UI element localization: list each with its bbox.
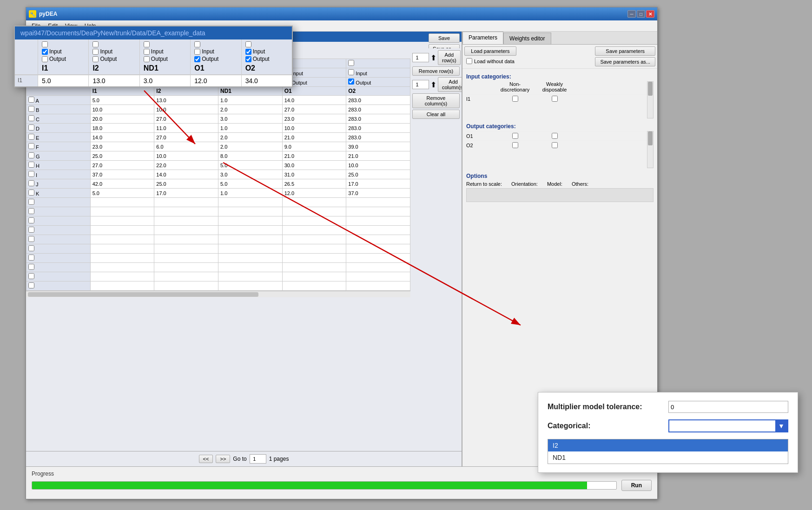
output-cat-container: O1 O2 — [466, 131, 654, 168]
popup-O2-output-check[interactable] — [245, 56, 251, 62]
load-without-data-check[interactable] — [466, 58, 472, 64]
run-button[interactable]: Run — [621, 480, 652, 491]
popup-I2-output-row: Output — [92, 56, 135, 62]
dropdown-option-I2[interactable]: I2 — [548, 439, 788, 451]
empty-row-check[interactable] — [28, 236, 34, 242]
popup-ND1-output-label: Output — [151, 56, 168, 62]
grid-controls: ⬆ Add row(s) Remove row(s) ⬆ Add column(… — [410, 48, 462, 121]
popup-I2-top-check[interactable] — [92, 41, 99, 47]
model-label: Model: — [547, 181, 562, 187]
popup-ND1-input-check[interactable] — [144, 49, 150, 55]
popup-O1-output-check[interactable] — [194, 56, 200, 62]
page-input[interactable] — [250, 454, 266, 464]
output-cat-name-O1: O1 — [466, 133, 494, 139]
empty-row-check[interactable] — [28, 282, 34, 288]
popup-I2-output-check[interactable] — [92, 56, 99, 62]
row-spin-row: ⬆ Add row(s) — [412, 50, 460, 65]
row-F-check[interactable] — [28, 143, 34, 149]
output-cat-nondisc-O1 — [494, 133, 536, 139]
options-label: Options — [466, 173, 654, 179]
table-row-empty — [26, 244, 410, 254]
categorical-label: Categorical: — [548, 422, 668, 430]
load-params-button[interactable]: Load parameters — [464, 46, 516, 56]
empty-row-check[interactable] — [28, 245, 34, 251]
O1-weakly-check[interactable] — [552, 133, 558, 139]
popup-O2-input-check[interactable] — [245, 49, 251, 55]
I1-nondisc-check[interactable] — [512, 96, 518, 102]
row-E-check[interactable] — [28, 134, 34, 140]
table-row-empty — [26, 207, 410, 216]
O1-nondisc-check[interactable] — [512, 133, 518, 139]
popup-I2-input-row: Input — [92, 48, 135, 55]
popup-I2-input-check[interactable] — [92, 49, 99, 55]
h-scrollbar[interactable] — [26, 291, 410, 297]
popup-I1-output-label: Output — [49, 56, 66, 62]
col-spin-arrows[interactable]: ⬆ — [430, 80, 436, 89]
table-row: A 5.0 13.0 1.0 14.0 283.0 — [26, 96, 410, 105]
popup-O2-top-check[interactable] — [245, 41, 251, 47]
col-spin-input[interactable] — [412, 80, 429, 89]
remove-row-button[interactable]: Remove row(s) — [412, 66, 460, 76]
save-button[interactable]: Save — [429, 33, 460, 43]
save-params-as-button[interactable]: Save parameters as... — [595, 57, 655, 66]
col-O2-input-check[interactable] — [348, 69, 354, 75]
row-spin-arrows[interactable]: ⬆ — [430, 53, 436, 62]
save-params-button[interactable]: Save parameters — [595, 46, 655, 56]
input-cat-scrollbar[interactable] — [647, 81, 654, 118]
col-O2-top-check[interactable] — [348, 60, 354, 66]
O2-weakly-check[interactable] — [552, 142, 558, 148]
row-H-check[interactable] — [28, 162, 34, 168]
row-C-check[interactable] — [28, 115, 34, 121]
row-A-check[interactable] — [28, 97, 34, 103]
next-page-button[interactable]: >> — [216, 455, 230, 463]
add-col-button[interactable]: Add column(s) — [438, 77, 462, 92]
tab-parameters[interactable]: Parameters — [462, 32, 503, 44]
clear-all-button[interactable]: Clear all — [412, 110, 460, 119]
table-row: H 27.0 22.0 5.0 30.0 10.0 — [26, 161, 410, 170]
row-I-check[interactable] — [28, 171, 34, 177]
popup-ND1-output-check[interactable] — [144, 56, 150, 62]
row-J-check[interactable] — [28, 180, 34, 186]
load-without-data-row: Load without data — [464, 57, 516, 65]
popup-I1-input-check[interactable] — [42, 49, 48, 55]
maximize-button[interactable]: □ — [637, 10, 645, 18]
table-row: E 14.0 27.0 2.0 21.0 283.0 — [26, 133, 410, 142]
row-G-check[interactable] — [28, 152, 34, 158]
load-without-data-label: Load without data — [474, 59, 515, 64]
output-cat-scrollbar[interactable] — [647, 131, 654, 168]
row-spin-input[interactable] — [412, 53, 429, 62]
popup-ND1-top-check[interactable] — [144, 41, 150, 47]
empty-row-check[interactable] — [28, 208, 34, 214]
popup-O1-top-check[interactable] — [194, 41, 200, 47]
add-row-button[interactable]: Add row(s) — [438, 50, 461, 65]
empty-row-check[interactable] — [28, 217, 34, 223]
row-D-check[interactable] — [28, 124, 34, 131]
col-O2-output-check[interactable] — [348, 78, 354, 85]
prev-page-button[interactable]: << — [199, 455, 213, 463]
popup-O1-top-row — [194, 41, 237, 47]
minimize-button[interactable]: ─ — [627, 10, 636, 18]
empty-row-check[interactable] — [28, 264, 34, 270]
row-B-check[interactable] — [28, 106, 34, 112]
options-labels-row: Return to scale: Orientation: Model: Oth… — [466, 181, 654, 187]
popup-O1-input-check[interactable] — [194, 49, 200, 55]
I1-weakly-check[interactable] — [552, 96, 558, 102]
table-row-empty — [26, 226, 410, 235]
popup-I1-top-check[interactable] — [42, 41, 48, 47]
empty-row-check[interactable] — [28, 227, 34, 233]
empty-row-check[interactable] — [28, 199, 34, 205]
dropdown-option-ND1[interactable]: ND1 — [548, 451, 788, 464]
popup-ND1-output-row: Output — [144, 56, 186, 62]
empty-row-check[interactable] — [28, 255, 34, 261]
empty-row-check[interactable] — [28, 273, 34, 279]
row-K-check[interactable] — [28, 190, 34, 196]
O2-nondisc-check[interactable] — [512, 142, 518, 148]
popup-I1-output-check[interactable] — [42, 56, 48, 62]
data-grid-container[interactable]: Input Input Input Input Input Output Out… — [26, 59, 410, 451]
categorical-dropdown-btn[interactable]: ▼ — [775, 420, 787, 432]
tolerance-input[interactable] — [668, 401, 788, 413]
tab-weights-editor[interactable]: Weights editor — [503, 33, 551, 44]
remove-col-button[interactable]: Remove column(s) — [412, 93, 460, 108]
close-button[interactable]: ✕ — [646, 10, 654, 18]
progress-bar-container — [32, 481, 617, 490]
